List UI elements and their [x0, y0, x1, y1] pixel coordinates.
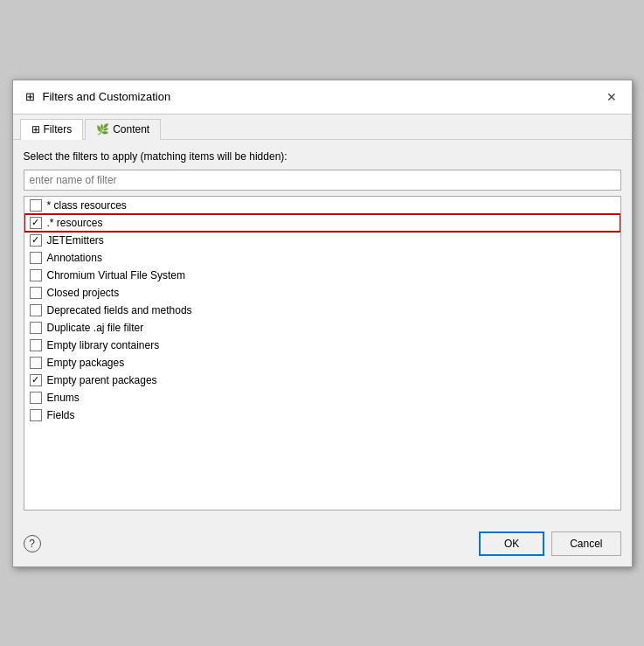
- filter-label: Deprecated fields and methods: [47, 304, 192, 316]
- filters-dialog: ⊞ Filters and Customization ✕ ⊞ Filters …: [12, 80, 633, 567]
- cancel-button[interactable]: Cancel: [551, 531, 620, 556]
- filter-checkbox[interactable]: [30, 217, 42, 229]
- filter-label: Chromium Virtual File System: [47, 269, 185, 281]
- list-item[interactable]: Closed projects: [24, 284, 620, 302]
- list-item[interactable]: Chromium Virtual File System: [24, 267, 620, 284]
- filter-label: Fields: [47, 409, 75, 421]
- dialog-body: Select the filters to apply (matching it…: [13, 140, 632, 521]
- tab-bar: ⊞ Filters 🌿 Content: [13, 115, 632, 140]
- dialog-icon: ⊞: [24, 90, 38, 104]
- list-item[interactable]: Enums: [24, 389, 620, 406]
- list-item[interactable]: JETEmitters: [24, 232, 620, 249]
- list-item[interactable]: Empty library containers: [24, 337, 620, 354]
- list-item[interactable]: .* resources: [24, 214, 620, 232]
- filter-checkbox[interactable]: [30, 374, 42, 386]
- filter-label: Duplicate .aj file filter: [47, 322, 144, 334]
- filter-label: * class resources: [47, 199, 127, 212]
- filter-checkbox[interactable]: [30, 409, 42, 421]
- filter-checkbox[interactable]: [30, 252, 42, 264]
- filter-checkbox[interactable]: [30, 322, 42, 334]
- footer: ? OK Cancel: [13, 521, 632, 566]
- list-item[interactable]: Annotations: [24, 249, 620, 267]
- list-item[interactable]: Duplicate .aj file filter: [24, 319, 620, 337]
- filter-label: .* resources: [47, 217, 103, 229]
- ok-button[interactable]: OK: [479, 531, 544, 556]
- content-tab-icon: 🌿: [96, 123, 109, 135]
- tab-filters[interactable]: ⊞ Filters: [20, 119, 84, 140]
- filter-list: * class resources.* resourcesJETEmitters…: [24, 196, 621, 511]
- list-item[interactable]: Fields: [24, 406, 620, 424]
- filter-label: Empty library containers: [47, 339, 160, 351]
- filter-checkbox[interactable]: [30, 392, 42, 404]
- help-button[interactable]: ?: [24, 535, 41, 552]
- filter-label: Annotations: [47, 252, 102, 264]
- filter-label: Empty parent packages: [47, 374, 157, 386]
- list-item[interactable]: Empty parent packages: [24, 372, 620, 389]
- help-icon: ?: [29, 538, 35, 550]
- filter-label: Enums: [47, 392, 80, 404]
- list-item[interactable]: * class resources: [24, 197, 620, 214]
- dialog-title: Filters and Customization: [43, 90, 171, 103]
- filter-label: Empty packages: [47, 357, 125, 369]
- title-bar: ⊞ Filters and Customization ✕: [13, 80, 632, 115]
- filter-checkbox[interactable]: [30, 199, 42, 212]
- filters-tab-label: Filters: [44, 123, 73, 135]
- filter-checkbox[interactable]: [30, 339, 42, 351]
- title-bar-left: ⊞ Filters and Customization: [24, 90, 171, 104]
- list-item[interactable]: Empty packages: [24, 354, 620, 372]
- filter-checkbox[interactable]: [30, 234, 42, 247]
- filter-search-input[interactable]: [24, 170, 621, 191]
- filter-checkbox[interactable]: [30, 287, 42, 299]
- filter-label: JETEmitters: [47, 234, 104, 247]
- description-text: Select the filters to apply (matching it…: [24, 150, 621, 163]
- filters-tab-icon: ⊞: [31, 123, 40, 135]
- filter-checkbox[interactable]: [30, 269, 42, 281]
- close-button[interactable]: ✕: [602, 87, 621, 107]
- footer-buttons: OK Cancel: [479, 531, 620, 556]
- filter-label: Closed projects: [47, 287, 120, 299]
- list-item[interactable]: Deprecated fields and methods: [24, 302, 620, 319]
- content-tab-label: Content: [113, 123, 149, 135]
- filter-checkbox[interactable]: [30, 304, 42, 316]
- tab-content[interactable]: 🌿 Content: [85, 119, 161, 140]
- filter-checkbox[interactable]: [30, 357, 42, 369]
